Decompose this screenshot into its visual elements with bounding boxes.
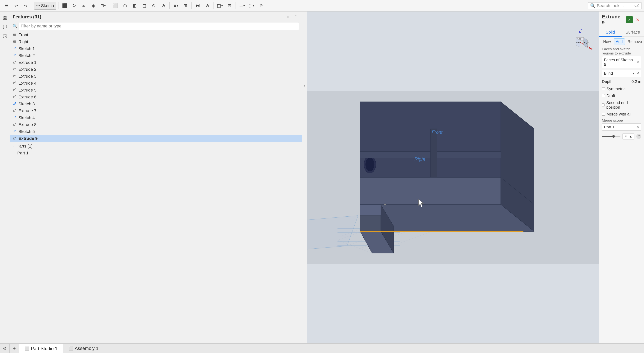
extrude-icon [13,123,17,127]
op-add[interactable]: Add [614,38,625,45]
add-tab-button[interactable]: + [10,343,19,353]
faces-close-icon[interactable]: ✕ [636,60,639,64]
collapse-handle[interactable]: ≡ [302,12,307,343]
assembly-tab[interactable]: ⬜ Assembly 1 [63,343,104,353]
measure-icon[interactable]: ⚊▾ [238,2,246,10]
depth-value[interactable]: 0.2 in [632,79,641,84]
shell-icon[interactable]: ⊡▾ [99,2,107,10]
slider-track[interactable] [602,136,620,137]
revolve-icon[interactable]: ↻ [70,2,78,10]
redo-button[interactable]: ↪ [22,2,30,10]
part-studio-label: Part Studio 1 [31,346,58,351]
orientation-cube[interactable]: Z X Top Front Right [566,29,593,56]
display-icon[interactable]: ⬚▾ [247,2,256,10]
extrude-confirm-button[interactable]: ✓ [626,16,633,23]
mate-icon[interactable]: ⊡ [225,2,234,10]
blind-selector[interactable]: Blind ▾ ↗ [602,70,641,77]
hole-icon[interactable]: ⊙ [150,2,158,10]
slider-row: Final ? [602,132,641,141]
chamfer-icon[interactable]: ⬡ [121,2,129,10]
confirm-icon: ✓ [628,18,631,22]
shell2-icon[interactable]: ◫ [140,2,148,10]
pattern-icon[interactable]: ⠿▾ [172,2,180,10]
front-label: Front [432,130,442,135]
history-icon[interactable]: ⏱ [293,14,299,20]
op-new[interactable]: New [601,38,613,45]
mirror-icon[interactable]: ⊞ [181,2,190,10]
part-1-item[interactable]: Part 1 [10,150,302,157]
feature-label-sketch2: Sketch 2 [18,53,35,58]
feature-item-extrude7[interactable]: Extrude 7 [10,107,302,114]
sketch-button[interactable]: ✏ Sketch [34,2,56,10]
tab-solid[interactable]: Solid [599,28,622,37]
feature-label-extrude6: Extrude 6 [18,95,36,100]
split-icon[interactable]: ⊘ [203,2,212,10]
feature-item-right[interactable]: Right [10,38,302,45]
merge-with-all-checkbox[interactable] [602,113,605,116]
feature-label-extrude7: Extrude 7 [18,108,36,113]
svg-point-62 [384,204,386,205]
final-button[interactable]: Final [622,133,634,139]
feature-item-extrude6[interactable]: Extrude 6 [10,94,302,101]
blind-label: Blind [604,71,613,76]
add-icon: + [13,345,16,351]
part-studio-tab[interactable]: ⬜ Part Studio 1 [19,343,63,353]
add-feature-icon[interactable]: ⊞ [286,14,292,20]
extrude-content: Faces and sketch regions to extrude Face… [599,45,644,343]
symmetric-checkbox[interactable] [602,87,605,90]
loft-icon[interactable]: ◈ [89,2,98,10]
feature-item-extrude5[interactable]: Extrude 5 [10,87,302,94]
planes-icon[interactable]: ⬚▾ [216,2,224,10]
settings-button[interactable]: ⚙ [0,343,10,353]
tab-surface[interactable]: Surface [622,28,644,37]
part-studio-icon: ⬜ [24,346,29,351]
filter-input[interactable] [18,22,299,30]
center-icon[interactable]: ⊕ [257,2,265,10]
plane-icon [13,33,17,37]
merge-scope-close-icon[interactable]: ✕ [636,125,639,129]
info-button[interactable]: ? [636,134,641,139]
comment-nav-icon[interactable] [1,23,9,31]
op-remove[interactable]: Remove [626,38,644,45]
feature-label-extrude1: Extrude 1 [18,60,36,65]
draft-icon[interactable]: ◧ [130,2,139,10]
feature-item-sketch2[interactable]: Sketch 2 [10,52,302,59]
feature-item-extrude1[interactable]: Extrude 1 [10,59,302,66]
faces-value-box[interactable]: Faces of Sketch 5 ✕ [602,56,641,68]
sweep-icon[interactable]: ≋ [80,2,88,10]
draft-checkbox[interactable] [602,94,605,97]
thread-icon[interactable]: ⊗ [159,2,168,10]
boolean-icon[interactable]: ⧓ [194,2,202,10]
feature-item-front[interactable]: Front [10,32,302,38]
extrude-tabs: Solid Surface [599,28,644,37]
slider-thumb[interactable] [612,135,615,138]
external-link-icon[interactable]: ↗ [636,71,639,75]
extrude-cancel-button[interactable]: ✕ [634,16,641,23]
feature-item-extrude3[interactable]: Extrude 3 [10,73,302,80]
menu-icon[interactable]: ☰ [2,2,11,10]
history-nav-icon[interactable] [1,32,9,40]
extrude-icon[interactable]: ⬛ [60,2,69,10]
feature-item-extrude8[interactable]: Extrude 8 [10,121,302,128]
feature-item-sketch1[interactable]: Sketch 1 [10,45,302,52]
feature-item-extrude4[interactable]: Extrude 4 [10,80,302,87]
extrude-icon [13,81,17,85]
parts-header[interactable]: ▼Parts (1) [10,143,302,150]
sep1 [32,2,32,9]
feature-item-extrude2[interactable]: Extrude 2 [10,66,302,73]
search-tools[interactable]: 🔍 Search tools... ⌥C [588,2,642,9]
feature-item-extrude9[interactable]: Extrude 9 [10,135,302,142]
feature-item-sketch5[interactable]: Sketch 5 [10,128,302,135]
merge-scope-value-box[interactable]: Part 1 ✕ [602,123,641,131]
content-row: Features (31) ⊞ ⏱ 🔍 FrontRightSketch 1Sk… [0,12,644,343]
canvas-area[interactable]: Front Right Z X Top [307,12,599,343]
undo-button[interactable]: ↩ [12,2,20,10]
second-end-checkbox[interactable] [602,103,605,107]
extrude-icon [13,95,17,99]
feature-item-sketch3[interactable]: Sketch 3 [10,101,302,107]
symmetric-row: Symmetric [602,86,641,92]
sep5 [192,2,192,9]
feature-item-sketch4[interactable]: Sketch 4 [10,114,302,121]
fillet-icon[interactable]: ⬜ [111,2,120,10]
features-nav-icon[interactable] [1,14,9,22]
